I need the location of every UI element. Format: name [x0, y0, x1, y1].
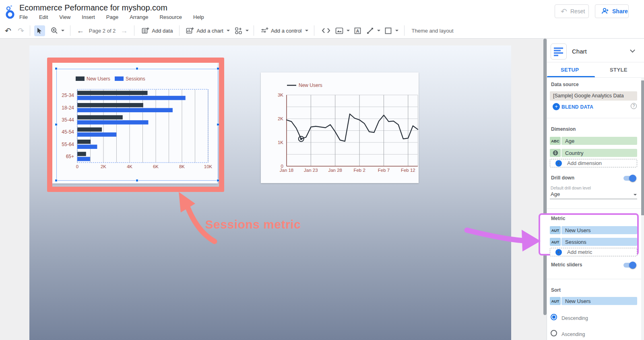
insert-image-button[interactable] [335, 25, 350, 36]
prev-page-button[interactable]: ← [77, 25, 84, 36]
metric-sliders-toggle[interactable] [623, 263, 636, 268]
divider [134, 25, 134, 36]
data-studio-logo-icon [3, 2, 17, 22]
legend-label: New Users [299, 82, 322, 88]
menubar: File Edit View Insert Page Arrange Resou… [19, 14, 204, 20]
undo-button[interactable]: ↶ [5, 25, 11, 36]
add-metric-button[interactable]: + Add metric [550, 248, 637, 256]
auto-aggregation-badge: AUT [550, 238, 561, 246]
zoom-tool-button[interactable] [51, 25, 64, 36]
selection-handle[interactable] [136, 179, 138, 182]
menu-arrange[interactable]: Arrange [130, 14, 148, 20]
data-source-label: Data source [551, 82, 579, 87]
menu-help[interactable]: Help [193, 14, 204, 20]
embed-url-button[interactable] [322, 25, 330, 36]
selection-handle[interactable] [55, 67, 58, 70]
line-chart-widget[interactable]: Jan 18Jan 23Jan 28Feb 2Feb 7Feb 1201K2K3… [261, 72, 419, 183]
annotation-callout-text: Sessions metric [205, 218, 301, 231]
bar-new-users [77, 128, 102, 132]
blend-data-plus-icon: + [553, 103, 560, 110]
panel-scrollbar-thumb[interactable] [641, 80, 644, 215]
blend-data-button[interactable]: BLEND DATA [561, 104, 593, 110]
bar-sessions [77, 108, 173, 113]
toolbar: ↶ ↷ ← Page 2 of 2 → Add data Add a chart [0, 23, 644, 39]
drill-level-select[interactable]: Age [551, 191, 560, 197]
tab-style[interactable]: STYLE [610, 67, 627, 73]
selection-handle[interactable] [55, 179, 58, 182]
selection-handle[interactable] [55, 123, 58, 126]
bar-sessions [77, 132, 116, 137]
chart-type-icon[interactable] [551, 43, 567, 60]
add-chart-button[interactable]: Add a chart [186, 25, 230, 36]
category-label: 18-24 [62, 105, 74, 111]
canvas-scrollbar[interactable] [543, 39, 547, 315]
add-data-button[interactable]: Add data [142, 25, 173, 36]
y-axis-tick: 0 [281, 164, 283, 169]
menu-page[interactable]: Page [106, 14, 118, 20]
share-button[interactable]: Share [595, 4, 629, 18]
y-axis-tick: 3K [278, 93, 283, 97]
sort-ascending-radio[interactable] [551, 330, 557, 336]
drill-down-toggle[interactable] [623, 176, 636, 181]
shape-tool-button[interactable] [384, 25, 398, 36]
menu-insert[interactable]: Insert [82, 14, 95, 20]
add-control-button[interactable]: Add a control [260, 25, 308, 36]
line-chart: Jan 18Jan 23Jan 28Feb 2Feb 7Feb 1201K2K3… [261, 72, 419, 183]
y-axis-tick: 2K [278, 116, 283, 121]
sort-descending-label: Descending [561, 315, 588, 321]
chevron-down-icon [377, 30, 380, 31]
menu-resource[interactable]: Resource [159, 14, 182, 20]
reset-button[interactable]: ↶ Reset [555, 4, 589, 18]
divider [547, 118, 644, 118]
x-axis-tick: Jan 28 [328, 168, 342, 173]
divider [314, 25, 314, 36]
metric-chip-sessions[interactable]: AUT Sessions [550, 238, 637, 246]
selection-handle[interactable] [217, 179, 219, 182]
sort-descending-radio[interactable] [551, 314, 557, 320]
bar-new-users [77, 115, 123, 120]
chevron-down-icon [395, 30, 398, 31]
menu-file[interactable]: File [19, 14, 28, 20]
next-page-button[interactable]: → [120, 25, 128, 36]
category-label: 55-64 [62, 142, 74, 147]
legend-swatch [115, 76, 124, 81]
bar-chart: 02K4K6K8K10K25-3418-2435-4445-5455-6465+… [52, 63, 218, 183]
page-indicator[interactable]: Page 2 of 2 [89, 25, 116, 36]
bar-chart-widget[interactable]: 02K4K6K8K10K25-3418-2435-4445-5455-6465+… [52, 63, 218, 183]
auto-aggregation-badge: AUT [550, 297, 561, 305]
text-box-icon: A [354, 27, 361, 35]
tab-setup[interactable]: SETUP [561, 67, 579, 73]
select-tool-button[interactable] [34, 25, 45, 36]
add-dimension-button[interactable]: + Add dimension [550, 159, 637, 167]
bar-sessions [77, 157, 90, 161]
menu-view[interactable]: View [59, 14, 70, 20]
chevron-down-icon[interactable] [630, 47, 635, 53]
sort-ascending-label: Ascending [561, 332, 585, 337]
community-visualizations-button[interactable] [235, 25, 249, 36]
metric-chip-new-users[interactable]: AUT New Users [550, 226, 637, 234]
selection-handle[interactable] [136, 67, 138, 70]
text-box-button[interactable]: A [354, 25, 361, 36]
divider [547, 208, 644, 209]
sort-chip[interactable]: AUT New Users [550, 297, 637, 305]
drill-down-label: Drill down [551, 175, 574, 181]
help-icon[interactable]: ? [631, 103, 637, 109]
x-axis-tick: 0 [76, 164, 78, 169]
dimension-chip-country[interactable]: Country [550, 149, 637, 157]
selection-handle[interactable] [217, 123, 219, 126]
selection-handle[interactable] [217, 67, 219, 70]
cursor-icon [37, 27, 42, 34]
report-title[interactable]: Ecommerce Peformance for myshop.com [19, 3, 167, 12]
x-axis-tick: Feb 7 [378, 168, 390, 173]
redo-button[interactable]: ↷ [18, 25, 24, 36]
theme-layout-button[interactable]: Theme and layout [412, 25, 454, 36]
bar-sessions [77, 96, 186, 100]
divider [30, 25, 30, 36]
y-axis-tick: 1K [278, 140, 283, 145]
line-tool-button[interactable] [366, 25, 380, 36]
divider [179, 25, 180, 36]
menu-edit[interactable]: Edit [39, 14, 48, 20]
dimension-chip-age[interactable]: ABC Age [550, 137, 637, 145]
data-source-value[interactable]: [Sample] Google Analytics Data [550, 91, 637, 101]
magnifier-icon [51, 27, 58, 34]
